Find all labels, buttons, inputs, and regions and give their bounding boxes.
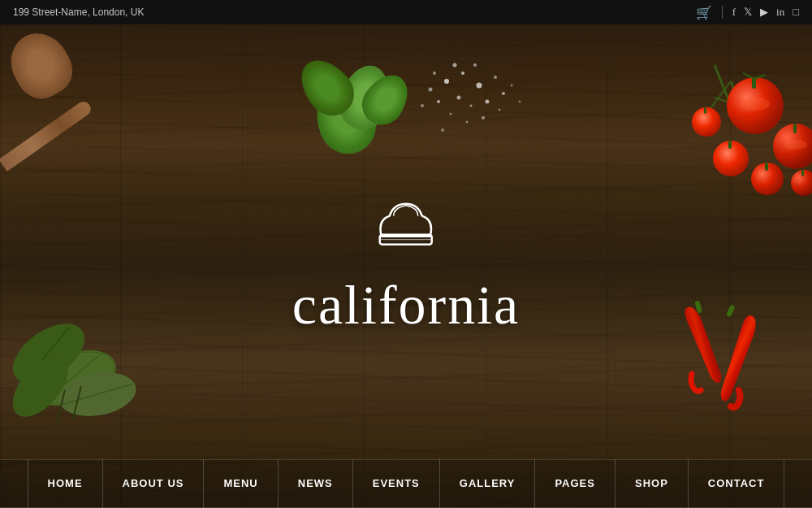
svg-point-5 [494, 76, 497, 79]
nav-item-contact[interactable]: CONTACT [689, 459, 785, 508]
linkedin-icon[interactable]: in [776, 6, 784, 19]
svg-point-26 [741, 98, 770, 111]
svg-point-19 [421, 104, 424, 107]
svg-point-16 [473, 63, 477, 67]
svg-rect-51 [726, 304, 736, 317]
svg-point-31 [784, 140, 807, 150]
svg-point-8 [450, 113, 452, 115]
salt-decoration [398, 57, 528, 163]
bay-leaves-decoration [0, 264, 179, 443]
svg-point-4 [437, 100, 440, 103]
svg-point-15 [453, 63, 457, 67]
svg-point-2 [477, 83, 482, 89]
nav-item-events[interactable]: EVENTS [353, 459, 440, 508]
svg-point-20 [519, 101, 521, 103]
svg-point-14 [499, 109, 501, 111]
navigation-bar: HOMEABOUT USMENUNEWSEVENTSGALLERYPAGESSH… [0, 459, 812, 508]
svg-point-17 [433, 72, 436, 75]
svg-rect-34 [728, 141, 732, 149]
svg-point-10 [429, 88, 433, 92]
svg-point-0 [444, 79, 449, 84]
logo-area: california [292, 195, 520, 332]
divider [722, 6, 723, 19]
nav-item-home[interactable]: HOME [28, 459, 103, 508]
spoon-decoration [0, 24, 130, 146]
nav-item-about[interactable]: ABOUT US [103, 459, 205, 508]
address-text: 199 Street-Name, London, UK [13, 7, 144, 18]
nav-item-news[interactable]: NEWS [279, 459, 353, 508]
brand-name: california [292, 276, 520, 332]
nav-item-pages[interactable]: PAGES [535, 459, 615, 508]
chef-hat-icon [365, 195, 447, 268]
svg-point-7 [486, 100, 490, 104]
svg-point-6 [470, 105, 473, 107]
nav-item-gallery[interactable]: GALLERY [440, 459, 536, 508]
svg-point-18 [511, 85, 513, 87]
svg-point-13 [482, 116, 485, 119]
svg-rect-36 [765, 163, 768, 171]
svg-rect-40 [704, 107, 706, 114]
tomatoes-decoration [601, 41, 812, 236]
top-bar-right: 🛒 f 𝕏 ▶ in □ [696, 5, 799, 20]
facebook-icon[interactable]: f [732, 6, 736, 19]
nav-item-menu[interactable]: MENU [204, 459, 278, 508]
youtube-icon[interactable]: ▶ [760, 6, 768, 19]
svg-point-12 [441, 128, 444, 132]
cart-icon[interactable]: 🛒 [696, 5, 712, 20]
svg-rect-38 [801, 170, 804, 176]
svg-rect-32 [793, 124, 797, 133]
spoon-head [0, 24, 81, 107]
top-bar: 199 Street-Name, London, UK 🛒 f 𝕏 ▶ in □ [0, 0, 812, 24]
svg-point-1 [461, 72, 464, 75]
svg-point-9 [502, 92, 505, 95]
svg-point-3 [457, 96, 461, 100]
nav-items: HOMEABOUT USMENUNEWSEVENTSGALLERYPAGESSH… [28, 459, 785, 508]
flickr-icon[interactable]: □ [793, 6, 799, 19]
nav-item-shop[interactable]: SHOP [615, 459, 689, 508]
twitter-icon[interactable]: 𝕏 [744, 6, 752, 19]
hero-section: california HOMEABOUT USMENUNEWSEVENTSGAL… [0, 24, 812, 508]
chili-decoration [625, 297, 804, 475]
svg-point-11 [466, 121, 469, 124]
social-icons: f 𝕏 ▶ in □ [732, 6, 799, 19]
